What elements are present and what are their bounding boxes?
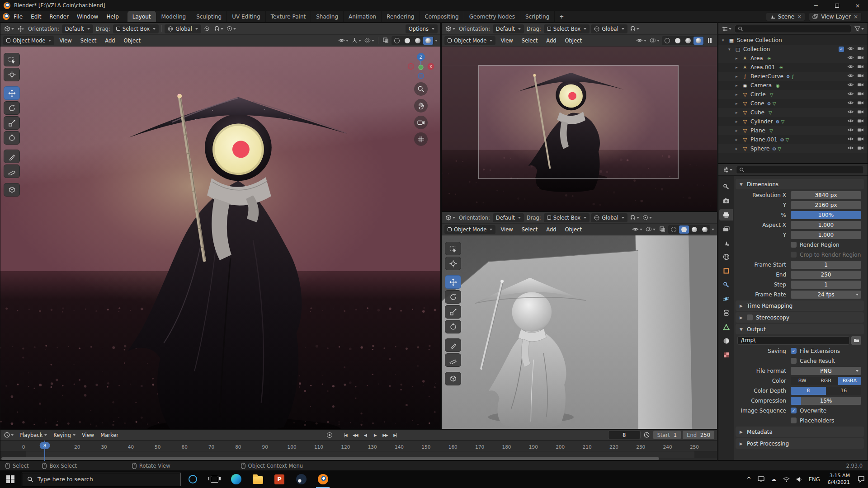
transform-orientation-dropdown[interactable]: Global bbox=[591, 213, 627, 222]
menu-add[interactable]: Add bbox=[542, 38, 560, 44]
tab-view-layer[interactable] bbox=[719, 223, 733, 235]
workspace-tab[interactable]: Shading bbox=[311, 11, 344, 22]
drag-dropdown[interactable]: Select Box bbox=[113, 24, 159, 33]
properties-search-input[interactable] bbox=[736, 166, 864, 174]
move-tool[interactable] bbox=[445, 275, 461, 289]
zoom-icon[interactable] bbox=[414, 82, 428, 96]
orientation-dropdown[interactable]: Default bbox=[493, 213, 524, 222]
visibility-dropdown[interactable] bbox=[631, 225, 643, 234]
browse-folder-icon[interactable] bbox=[851, 336, 861, 345]
snap-target-icon[interactable] bbox=[203, 24, 212, 33]
add-workspace-button[interactable]: + bbox=[555, 14, 568, 20]
taskbar-search-input[interactable]: Type here to search bbox=[22, 473, 181, 486]
timeline-track[interactable] bbox=[0, 451, 717, 458]
hide-eye-icon[interactable] bbox=[847, 127, 854, 134]
drag-dropdown[interactable]: Select Box bbox=[544, 24, 590, 33]
menu-view[interactable]: View bbox=[497, 38, 516, 44]
transform-tool[interactable] bbox=[445, 320, 461, 333]
transport-button[interactable]: ◀ bbox=[360, 431, 370, 439]
metadata-section-header[interactable]: ▶ Metadata bbox=[736, 427, 864, 437]
magnet-snap-icon[interactable] bbox=[213, 24, 224, 33]
notification-center-icon[interactable] bbox=[854, 476, 868, 483]
workspace-tab[interactable]: Scripting bbox=[520, 11, 555, 22]
annotate-tool[interactable] bbox=[445, 338, 461, 352]
maximize-button[interactable] bbox=[826, 0, 847, 11]
color-rgb-option[interactable]: RGB bbox=[814, 377, 837, 385]
viewport-3d-main[interactable]: Orientation: Default Drag: Select Box Gl… bbox=[0, 23, 441, 429]
properties-editor-icon[interactable] bbox=[722, 165, 733, 174]
transport-button[interactable]: ▶| bbox=[390, 431, 400, 439]
visibility-dropdown[interactable] bbox=[635, 36, 647, 45]
preview-range-clock-icon[interactable] bbox=[642, 431, 651, 440]
menu-select[interactable]: Select bbox=[518, 226, 541, 233]
editor-type-icon[interactable] bbox=[3, 24, 15, 33]
outliner-item[interactable]: ▸ ▽ Sphere ⚙ ▽ bbox=[718, 144, 868, 153]
tray-expand-icon[interactable]: ^ bbox=[743, 476, 755, 483]
outliner-item[interactable]: ▸ ▽ Cone ⚙ ▽ bbox=[718, 99, 868, 108]
hide-eye-icon[interactable] bbox=[847, 46, 854, 52]
hide-eye-icon[interactable] bbox=[847, 91, 854, 98]
mode-dropdown[interactable]: Object Mode bbox=[444, 225, 495, 234]
shading-rendered-button[interactable] bbox=[693, 37, 703, 45]
time-remapping-section-header[interactable]: ▶ Time Remapping bbox=[736, 300, 864, 311]
timeline-menu-item[interactable]: View bbox=[79, 432, 97, 438]
workspace-tab[interactable]: Layout bbox=[127, 11, 156, 22]
hide-eye-icon[interactable] bbox=[847, 55, 854, 61]
timeline-menu-item[interactable]: Keying bbox=[50, 432, 79, 438]
tab-constraints[interactable] bbox=[719, 307, 733, 319]
transform-orientation-dropdown[interactable]: Global bbox=[591, 24, 627, 33]
cursor-tool[interactable] bbox=[445, 257, 461, 270]
post-processing-section-header[interactable]: ▶ Post Processing bbox=[736, 438, 864, 449]
scale-tool[interactable] bbox=[445, 305, 461, 319]
edge-button[interactable] bbox=[225, 470, 247, 488]
tray-cloud-icon[interactable]: ☁ bbox=[768, 476, 780, 483]
overwrite-checkbox[interactable]: ✓Overwrite bbox=[791, 408, 826, 414]
transport-button[interactable]: |◀ bbox=[340, 431, 350, 439]
steam-button[interactable] bbox=[290, 470, 312, 488]
task-view-button[interactable] bbox=[203, 470, 225, 488]
cortana-button[interactable] bbox=[182, 470, 203, 488]
shading-material-button[interactable] bbox=[689, 225, 699, 234]
tab-tool[interactable] bbox=[719, 181, 733, 192]
rendered-scene-main[interactable] bbox=[0, 47, 440, 429]
cursor-tool[interactable] bbox=[4, 68, 20, 81]
render-visibility-icon[interactable] bbox=[857, 100, 864, 107]
mode-dropdown[interactable]: Object Mode bbox=[444, 36, 495, 45]
auto-keying-icon[interactable] bbox=[325, 431, 334, 440]
unlink-view-layer-icon[interactable]: × bbox=[854, 14, 858, 20]
expand-icon[interactable]: ▸ bbox=[736, 101, 741, 106]
outliner-item[interactable]: ▸ ∫ BezierCurve ⚙ ∫ bbox=[718, 72, 868, 81]
outliner-item[interactable]: ▸ ▽ Circle ▽ bbox=[718, 90, 868, 99]
expand-icon[interactable]: ▸ bbox=[736, 92, 741, 97]
render-visibility-icon[interactable] bbox=[857, 118, 864, 125]
workspace-tab[interactable]: Geometry Nodes bbox=[464, 11, 520, 22]
overlays-dropdown[interactable] bbox=[363, 36, 375, 45]
minimize-button[interactable]: ─ bbox=[806, 0, 826, 11]
resolution-percentage-slider[interactable]: 100% bbox=[791, 211, 861, 219]
tab-modifiers[interactable] bbox=[719, 279, 733, 291]
blender-taskbar-button[interactable] bbox=[312, 470, 334, 488]
select-box-tool[interactable] bbox=[445, 242, 461, 255]
hide-eye-icon[interactable] bbox=[847, 82, 854, 89]
tab-scene[interactable] bbox=[719, 237, 733, 249]
render-visibility-icon[interactable] bbox=[857, 46, 864, 52]
expand-icon[interactable]: ▸ bbox=[736, 128, 741, 133]
mode-dropdown[interactable]: Object Mode bbox=[3, 36, 54, 45]
expand-icon[interactable]: ▾ bbox=[722, 38, 728, 42]
outliner-item[interactable]: ▸ ▽ Plane.001 ⚙ ▽ bbox=[718, 135, 868, 144]
workspace-tab[interactable]: Sculpting bbox=[191, 11, 227, 22]
workspace-tab[interactable]: Rendering bbox=[382, 11, 420, 22]
playhead-frame-badge[interactable]: 8 bbox=[40, 442, 50, 449]
expand-icon[interactable]: ▸ bbox=[736, 137, 741, 142]
tray-monitor-icon[interactable] bbox=[755, 476, 768, 482]
solid-view-scene[interactable] bbox=[442, 235, 717, 429]
compression-slider[interactable]: 15% bbox=[791, 397, 861, 405]
options-dropdown[interactable]: Options bbox=[406, 24, 438, 33]
shading-solid-button[interactable] bbox=[402, 37, 412, 45]
hide-eye-icon[interactable] bbox=[847, 145, 854, 152]
app-menu-icon[interactable] bbox=[3, 13, 9, 20]
select-box-tool[interactable] bbox=[4, 53, 20, 66]
outliner-editor-icon[interactable] bbox=[721, 24, 732, 33]
color-rgba-option[interactable]: RGBA bbox=[838, 377, 861, 385]
file-extensions-checkbox[interactable]: ✓File Extensions bbox=[791, 348, 840, 354]
